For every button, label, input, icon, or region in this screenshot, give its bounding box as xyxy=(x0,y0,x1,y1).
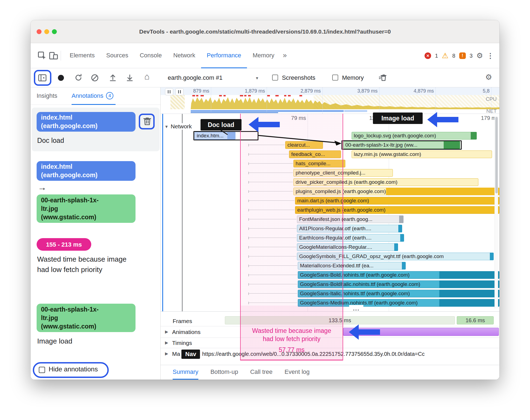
toolbar-separator xyxy=(61,51,61,61)
tab-elements[interactable]: Elements xyxy=(64,43,101,68)
network-request-label: GoogleSans-BoldItalic.nohints.ttf (earth… xyxy=(300,281,420,287)
network-request-bar[interactable]: earthplugin_web.js (earth.google.com) xyxy=(295,206,499,214)
frame-duration-bar[interactable]: 16.6 ms xyxy=(457,316,494,324)
overview-gridline xyxy=(491,87,491,114)
toggle-sidebar-icon[interactable] xyxy=(38,73,47,82)
annotation-entry-doc-load[interactable]: index.html (earth.google.com) Doc load xyxy=(32,108,160,151)
tab-bottom-up[interactable]: Bottom-up xyxy=(210,365,238,380)
request-connector xyxy=(249,293,297,294)
network-request-bar[interactable]: phenotype_client_compiled.j... xyxy=(293,169,393,177)
frame-duration-bar[interactable]: 133.5 ms xyxy=(225,316,455,324)
network-request-label: FontManifest.json (earth.goog... xyxy=(299,216,372,222)
request-connector xyxy=(249,265,297,266)
animations-collapse-icon[interactable]: ▶ xyxy=(165,329,168,334)
delete-annotation-icon[interactable] xyxy=(142,116,153,128)
network-request-bar[interactable]: index.htm... xyxy=(195,132,235,140)
network-request-bar[interactable]: GoogleSans-Medium.nohints.ttf (earth.goo… xyxy=(298,299,499,307)
request-connector xyxy=(249,210,295,210)
record-button[interactable] xyxy=(58,75,64,81)
performance-main-panel: 879 ms1,879 ms2,879 ms3,879 ms4,879 ms5,… xyxy=(161,20,499,380)
network-request-bar[interactable]: EarthIcons-Regular.otf (earth.... xyxy=(297,234,404,242)
request-connector xyxy=(249,200,295,201)
network-request-bar[interactable]: feedback_co... xyxy=(289,150,341,158)
upload-profile-icon[interactable] xyxy=(108,73,117,82)
request-chunk xyxy=(439,280,499,288)
annotation-pill-time-range[interactable]: 155 - 213 ms xyxy=(37,238,91,251)
tab-summary[interactable]: Summary xyxy=(173,365,198,380)
overflow-indicator[interactable]: ... xyxy=(349,305,363,311)
request-chunk xyxy=(394,243,398,251)
download-profile-icon[interactable] xyxy=(125,73,134,82)
selected-track-indicator xyxy=(162,114,163,311)
network-request-bar[interactable]: clearcut... xyxy=(285,141,323,149)
request-connector xyxy=(249,275,297,275)
network-request-bar[interactable]: GoogleSymbols_FILL_GRAD_opsz_wght.ttf (e… xyxy=(297,253,494,260)
network-request-bar[interactable]: lazy.min.js (www.gstatic.com) xyxy=(352,150,492,158)
annotation-caption-wasted-time: Wasted time because image had low fetch … xyxy=(37,254,133,275)
inspect-element-icon[interactable] xyxy=(37,51,47,61)
request-connector xyxy=(249,154,288,154)
request-connector xyxy=(249,173,293,173)
tab-insights[interactable]: Insights xyxy=(37,87,57,105)
device-toolbar-icon[interactable] xyxy=(49,51,58,61)
network-request-bar[interactable]: hats_compile... xyxy=(293,160,345,167)
network-request-label: feedback_co... xyxy=(291,151,325,157)
annotations-count-badge: 4 xyxy=(106,92,113,99)
breadcrumb-pause-button-2[interactable] xyxy=(175,88,184,95)
network-request-bar[interactable]: main.dart.js (earth.google.com) xyxy=(295,197,499,205)
network-request-bar[interactable]: GoogleSans-BoldItalic.nohints.ttf (earth… xyxy=(298,280,499,288)
overview-time-label: 5,8 xyxy=(483,88,490,94)
home-icon[interactable]: ⌂ xyxy=(144,72,149,82)
network-request-bar[interactable]: FontManifest.json (earth.goog... xyxy=(297,215,404,223)
waterfall-scrollbar[interactable] xyxy=(494,116,498,309)
network-request-bar[interactable]: GoogleSans-Italic.nohints.ttf (earth.goo… xyxy=(298,290,499,297)
frames-track-label: Frames xyxy=(173,318,192,324)
overview-gridline xyxy=(379,87,379,114)
timings-collapse-icon[interactable]: ▶ xyxy=(165,340,168,345)
network-request-bar[interactable]: All1PIcons-Regular.otf (earth.... xyxy=(297,225,402,232)
scrollbar-thumb[interactable] xyxy=(495,117,498,193)
network-request-label: MaterialIcons-Extended.ttf (ea... xyxy=(300,263,373,269)
doc-load-annotation-label[interactable]: Doc load xyxy=(201,119,242,131)
annotation-pill-splash-image-link[interactable]: 00-earth-splash-1x- ltr.jpg (www.gstatic… xyxy=(37,194,136,223)
timeline-overview[interactable]: 879 ms1,879 ms2,879 ms3,879 ms4,879 ms5,… xyxy=(161,87,499,114)
annotation-pill-index-html-link[interactable]: index.html (earth.google.com) xyxy=(37,161,136,181)
request-connector xyxy=(249,284,297,284)
network-request-bar[interactable]: GoogleSans-Bold.nohints.ttf (earth.googl… xyxy=(298,271,499,279)
tab-call-tree[interactable]: Call tree xyxy=(250,365,273,380)
network-request-label: GoogleSymbols_FILL_GRAD_opsz_wght.ttf (e… xyxy=(299,253,444,259)
request-chunk xyxy=(386,188,499,195)
tab-event-log[interactable]: Event log xyxy=(285,365,310,380)
request-chunk xyxy=(444,141,460,149)
request-connector xyxy=(249,238,296,238)
main-collapse-icon[interactable]: ▶ xyxy=(165,351,168,356)
network-collapse-icon[interactable]: ▼ xyxy=(164,124,169,129)
annotations-sidebar: Insights Annotations 4 index.html (earth… xyxy=(31,87,161,380)
network-request-bar[interactable]: drive_picker_compiled.js (earth.google.c… xyxy=(293,178,478,186)
tab-annotations[interactable]: Annotations 4 xyxy=(72,87,116,105)
network-waterfall[interactable]: ▼ Network ... 79 ms129 ms179 mindex.htm.… xyxy=(161,114,499,311)
reload-and-record-icon[interactable] xyxy=(74,73,83,82)
network-request-bar[interactable]: GoogleMaterialIcons-Regular.... xyxy=(297,243,398,251)
request-chunk xyxy=(399,215,404,223)
request-chunk xyxy=(439,290,499,297)
network-request-bar[interactable]: logo_lockup.svg (earth.google.com) xyxy=(352,132,477,140)
network-request-bar[interactable]: plugins_compiled.js (earth.google.com) xyxy=(293,188,499,195)
network-request-bar[interactable]: 00-earth-splash-1x-ltr.jpg (ww... xyxy=(343,141,460,149)
animation-bar[interactable] xyxy=(343,328,499,336)
request-chunk xyxy=(439,299,499,307)
annotation-pill-index-html[interactable]: index.html (earth.google.com) xyxy=(37,112,136,132)
animations-track-label: Animations xyxy=(172,329,201,335)
annotation-pill-splash-image[interactable]: 00-earth-splash-1x- ltr.jpg (www.gstatic… xyxy=(37,304,136,332)
request-chunk xyxy=(490,253,494,260)
network-request-bar[interactable]: MaterialIcons-Extended.ttf (ea... xyxy=(298,262,406,270)
tab-sources[interactable]: Sources xyxy=(101,43,134,68)
breadcrumb-pause-button[interactable] xyxy=(165,88,173,95)
nav-marker-label[interactable]: Nav xyxy=(181,350,200,359)
request-chunk xyxy=(227,132,235,140)
image-load-annotation-label[interactable]: Image load xyxy=(373,113,423,124)
hide-annotations-checkbox[interactable] xyxy=(39,367,45,373)
annotation-caption: Doc load xyxy=(37,137,64,144)
clear-recording-icon[interactable] xyxy=(90,73,99,82)
timings-track-label: Timings xyxy=(172,340,192,346)
